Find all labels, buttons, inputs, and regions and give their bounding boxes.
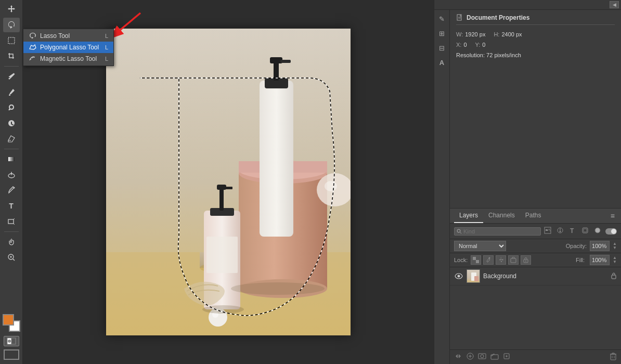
layer-item-background[interactable]: Background <box>450 267 621 285</box>
panel-tool-1[interactable]: ✎ <box>435 12 449 25</box>
delete-layer-btn[interactable] <box>610 352 617 362</box>
gradient-tool[interactable] <box>3 152 20 166</box>
tab-layers[interactable]: Layers <box>454 209 483 223</box>
hand-tool[interactable] <box>3 235 20 249</box>
brush-tool[interactable] <box>3 85 20 99</box>
svg-rect-52 <box>584 229 587 232</box>
svg-point-9 <box>30 59 31 60</box>
eraser-tool[interactable] <box>3 132 20 146</box>
layer-lock-icon <box>611 272 617 281</box>
lock-icons <box>471 255 531 265</box>
svg-rect-41 <box>457 15 461 20</box>
context-menu-lasso-tool[interactable]: Lasso Tool L <box>23 30 113 42</box>
shape-tool[interactable] <box>3 214 20 229</box>
foreground-color-swatch[interactable] <box>3 314 14 326</box>
svg-rect-33 <box>219 187 224 211</box>
layer-thumb-image <box>467 270 480 282</box>
crop-tool[interactable] <box>3 49 20 63</box>
svg-rect-71 <box>491 355 498 359</box>
filter-color-icon[interactable] <box>593 226 602 237</box>
blend-mode-select[interactable]: Normal <box>454 241 506 251</box>
clone-tool[interactable] <box>3 100 20 115</box>
add-layer-style-btn[interactable] <box>467 353 474 361</box>
color-swatch-area <box>3 314 20 360</box>
layer-filter-input[interactable] <box>463 228 489 235</box>
layer-items-list: Background <box>450 267 621 349</box>
new-group-btn[interactable] <box>490 353 499 361</box>
lasso-tool[interactable] <box>3 18 20 32</box>
layer-search[interactable] <box>454 227 541 236</box>
svg-point-62 <box>525 261 526 262</box>
panel-tool-3[interactable]: ⊟ <box>435 41 449 55</box>
context-menu-magnetic-lasso[interactable]: Magnetic Lasso Tool L <box>23 53 113 64</box>
canvas-image <box>106 29 351 335</box>
svg-rect-35 <box>225 187 232 189</box>
lock-icon <box>611 272 617 279</box>
zoom-tool[interactable] <box>3 250 20 265</box>
panel-tool-4[interactable]: A <box>435 56 449 69</box>
canvas-container <box>106 29 351 335</box>
tab-paths[interactable]: Paths <box>520 209 547 223</box>
doc-x-field: X: 0 <box>456 42 467 48</box>
opacity-input[interactable] <box>590 241 610 251</box>
burn-tool[interactable] <box>3 167 20 182</box>
svg-rect-66 <box>474 276 478 281</box>
opacity-stepper-arrows[interactable]: ▲▼ <box>613 242 617 250</box>
color-swatches[interactable] <box>3 314 20 332</box>
layer-name: Background <box>483 272 607 280</box>
text-tool[interactable]: T <box>3 199 20 213</box>
add-mask-btn[interactable] <box>478 353 486 361</box>
doc-y-field: Y: 0 <box>475 42 486 48</box>
filter-pixel-icon[interactable] <box>543 226 552 237</box>
right-panel-toolbar: ✎ ⊞ ⊟ A <box>434 10 450 364</box>
history-tool[interactable] <box>3 116 20 131</box>
svg-point-70 <box>481 355 484 358</box>
layer-thumbnail <box>467 269 480 283</box>
tab-channels[interactable]: Channels <box>483 209 520 223</box>
layer-visibility-toggle[interactable] <box>454 271 463 281</box>
resolution-value: 72 pixels/inch <box>486 52 521 58</box>
doc-width-field: W: 1920 px <box>456 31 485 37</box>
link-layers-btn[interactable] <box>454 353 462 361</box>
lock-pixels-btn[interactable] <box>471 255 481 265</box>
doc-icon <box>456 14 463 21</box>
panel-tool-2[interactable]: ⊞ <box>435 27 449 40</box>
filter-smart-icon[interactable] <box>580 226 590 237</box>
fill-input[interactable] <box>590 255 610 265</box>
doc-position-row: X: 0 Y: 0 <box>456 42 615 48</box>
lock-artboard-btn[interactable] <box>508 255 519 265</box>
lock-paint-btn[interactable] <box>483 255 494 265</box>
divider-1 <box>4 66 19 67</box>
doc-resolution-row: Resolution: 72 pixels/inch <box>456 52 615 58</box>
blend-opacity-row: Normal Opacity: ▲▼ <box>450 239 621 253</box>
layers-menu-icon[interactable]: ≡ <box>609 210 617 222</box>
new-layer-btn[interactable] <box>503 353 510 361</box>
svg-point-10 <box>32 57 33 58</box>
svg-point-63 <box>458 275 460 278</box>
divider-3 <box>4 231 19 232</box>
lock-move-btn[interactable] <box>496 255 506 265</box>
doc-dimensions-row: W: 1920 px H: 2400 px <box>456 31 615 37</box>
context-menu-polygonal-lasso[interactable]: Polygonal Lasso Tool L <box>23 42 113 53</box>
eyedropper-tool[interactable] <box>3 69 20 84</box>
lock-all-btn[interactable] <box>521 255 531 265</box>
svg-rect-58 <box>473 260 476 263</box>
svg-rect-36 <box>206 237 238 273</box>
filter-adjustment-icon[interactable] <box>555 226 565 237</box>
eye-icon <box>455 273 463 279</box>
fill-stepper-arrows[interactable]: ▲▼ <box>613 256 617 264</box>
move-tool[interactable] <box>3 2 20 17</box>
filter-text-icon[interactable]: T <box>568 226 577 237</box>
screen-mode-btn[interactable] <box>4 349 19 360</box>
svg-rect-4 <box>8 219 14 224</box>
svg-point-3 <box>13 187 15 189</box>
filter-toggle[interactable] <box>605 228 617 235</box>
doc-properties-title: Document Properties <box>467 14 529 21</box>
svg-point-49 <box>560 231 561 232</box>
context-menu: Lasso Tool L Polygonal Lasso Tool L Magn… <box>23 29 114 66</box>
quick-mask-btn[interactable] <box>4 336 19 346</box>
svg-rect-26 <box>260 81 293 237</box>
pen-tool[interactable] <box>3 183 20 198</box>
collapse-panel-btn[interactable]: ◀ <box>610 1 619 8</box>
marquee-tool[interactable] <box>3 33 20 48</box>
